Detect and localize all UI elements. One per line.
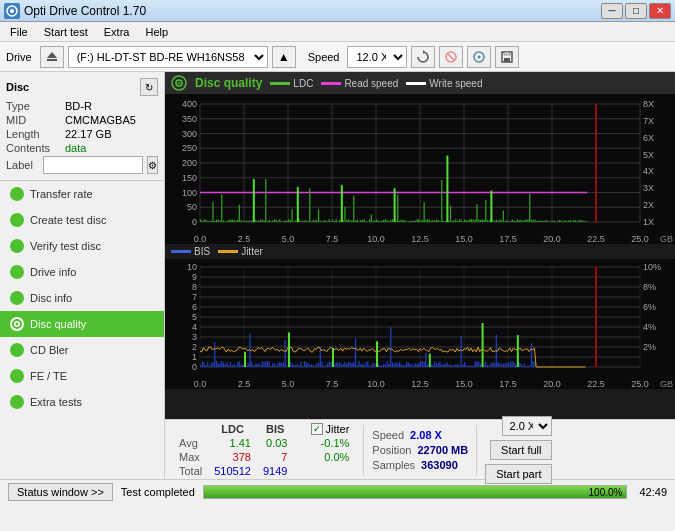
position-row: Position 22700 MB <box>372 444 468 456</box>
avg-label: Avg <box>173 436 208 450</box>
jitter-check-cell: ✓ Jitter <box>305 422 355 436</box>
nav-label-transfer-rate: Transfer rate <box>30 188 93 200</box>
disc-type-row: Type BD-R <box>6 100 158 112</box>
legend-write-speed-label: Write speed <box>429 78 482 89</box>
stats-table: LDC BIS ✓ Jitter Avg 1.41 0.03 -0.1% <box>173 422 355 478</box>
legend-write-speed: Write speed <box>406 78 482 89</box>
nav-label-drive-info: Drive info <box>30 266 76 278</box>
nav-label-disc-quality: Disc quality <box>30 318 86 330</box>
disc-panel-refresh-button[interactable]: ↻ <box>140 78 158 96</box>
disc-length-row: Length 22.17 GB <box>6 128 158 140</box>
start-full-button[interactable]: Start full <box>490 440 552 460</box>
nav-label-fe-te: FE / TE <box>30 370 67 382</box>
avg-jitter: -0.1% <box>305 436 355 450</box>
menu-start-test[interactable]: Start test <box>38 24 94 40</box>
sidebar-item-disc-info[interactable]: Disc info <box>0 285 164 311</box>
refresh-icon[interactable] <box>411 46 435 68</box>
speed-select[interactable]: 12.0 X <box>347 46 407 68</box>
nav-icon-fe-te <box>10 369 24 383</box>
sidebar-item-fe-te[interactable]: FE / TE <box>0 363 164 389</box>
length-label: Length <box>6 128 61 140</box>
close-button[interactable]: ✕ <box>649 3 671 19</box>
menu-file[interactable]: File <box>4 24 34 40</box>
max-bis: 7 <box>257 450 293 464</box>
mid-label: MID <box>6 114 61 126</box>
position-label: Position <box>372 444 411 456</box>
avg-bis: 0.03 <box>257 436 293 450</box>
charts-container: BIS Jitter <box>165 94 675 419</box>
nav-label-verify-test-disc: Verify test disc <box>30 240 101 252</box>
svg-marker-3 <box>47 52 57 58</box>
right-stats: Speed 2.08 X Position 22700 MB Samples 3… <box>372 429 468 471</box>
content-area: Disc quality LDC Read speed Write speed <box>165 72 675 479</box>
sidebar: Disc ↻ Type BD-R MID CMCMAGBA5 Length 22… <box>0 72 165 479</box>
save-icon[interactable] <box>495 46 519 68</box>
start-part-button[interactable]: Start part <box>485 464 552 484</box>
drive-label: Drive <box>6 51 32 63</box>
disc-mid-row: MID CMCMAGBA5 <box>6 114 158 126</box>
nav-icon-cd-bler <box>10 343 24 357</box>
max-label: Max <box>173 450 208 464</box>
legend-jitter: Jitter <box>218 246 263 257</box>
stats-header-bis: BIS <box>257 422 293 436</box>
sidebar-item-verify-test-disc[interactable]: Verify test disc <box>0 233 164 259</box>
sidebar-item-cd-bler[interactable]: CD Bler <box>0 337 164 363</box>
bottom-chart <box>165 259 675 389</box>
max-jitter: 0.0% <box>305 450 355 464</box>
speed-row: Speed 2.08 X <box>372 429 468 441</box>
nav-icon-disc-info <box>10 291 24 305</box>
status-window-button[interactable]: Status window >> <box>8 483 113 501</box>
drive-select[interactable]: (F:) HL-DT-ST BD-RE WH16NS58 1.V1 <box>68 46 268 68</box>
speed-stat-value: 2.08 X <box>410 429 442 441</box>
legend-bis-label: BIS <box>194 246 210 257</box>
type-label: Type <box>6 100 61 112</box>
legend-read-speed: Read speed <box>321 78 398 89</box>
legend-bis: BIS <box>171 246 210 257</box>
menu-extra[interactable]: Extra <box>98 24 136 40</box>
svg-marker-4 <box>423 50 425 54</box>
nav-items: Transfer rate Create test disc Verify te… <box>0 181 164 479</box>
jitter-checkbox[interactable]: ✓ <box>311 423 323 435</box>
drive-eject-icon[interactable] <box>40 46 64 68</box>
svg-point-13 <box>16 323 19 326</box>
mid-value: CMCMAGBA5 <box>65 114 136 126</box>
sidebar-item-create-test-disc[interactable]: Create test disc <box>0 207 164 233</box>
svg-point-16 <box>178 82 180 84</box>
erase-icon[interactable] <box>439 46 463 68</box>
svg-point-8 <box>478 55 481 58</box>
nav-label-create-test-disc: Create test disc <box>30 214 106 226</box>
speed-stat-label: Speed <box>372 429 404 441</box>
maximize-button[interactable]: □ <box>625 3 647 19</box>
title-bar-left: Opti Drive Control 1.70 <box>4 3 146 19</box>
chart-title: Disc quality <box>195 76 262 90</box>
nav-icon-drive-info <box>10 265 24 279</box>
label-label: Label <box>6 159 39 171</box>
progress-bar <box>204 486 627 498</box>
sidebar-item-transfer-rate[interactable]: Transfer rate <box>0 181 164 207</box>
sidebar-item-drive-info[interactable]: Drive info <box>0 259 164 285</box>
samples-row: Samples 363090 <box>372 459 468 471</box>
disc-contents-row: Contents data <box>6 142 158 154</box>
action-panel: 2.0 X Start full Start part <box>485 416 552 484</box>
stats-divider-2 <box>476 425 477 475</box>
sidebar-item-disc-quality[interactable]: Disc quality <box>0 311 164 337</box>
disc-panel-title: Disc <box>6 81 29 93</box>
label-input[interactable] <box>43 156 143 174</box>
legend-jitter-label: Jitter <box>241 246 263 257</box>
disc-icon[interactable] <box>467 46 491 68</box>
svg-rect-2 <box>47 59 57 61</box>
label-settings-icon[interactable]: ⚙ <box>147 156 158 174</box>
drive-up-icon[interactable]: ▲ <box>272 46 296 68</box>
nav-icon-transfer <box>10 187 24 201</box>
menu-help[interactable]: Help <box>139 24 174 40</box>
nav-label-extra-tests: Extra tests <box>30 396 82 408</box>
legend-ldc-label: LDC <box>293 78 313 89</box>
jitter-header-label: Jitter <box>325 423 349 435</box>
sidebar-item-extra-tests[interactable]: Extra tests <box>0 389 164 415</box>
svg-rect-10 <box>504 58 510 62</box>
progress-text: 100.0% <box>589 486 623 500</box>
stats-bar: LDC BIS ✓ Jitter Avg 1.41 0.03 -0.1% <box>165 419 675 479</box>
samples-value: 363090 <box>421 459 458 471</box>
disc-label-row: Label ⚙ <box>6 156 158 174</box>
minimize-button[interactable]: ─ <box>601 3 623 19</box>
